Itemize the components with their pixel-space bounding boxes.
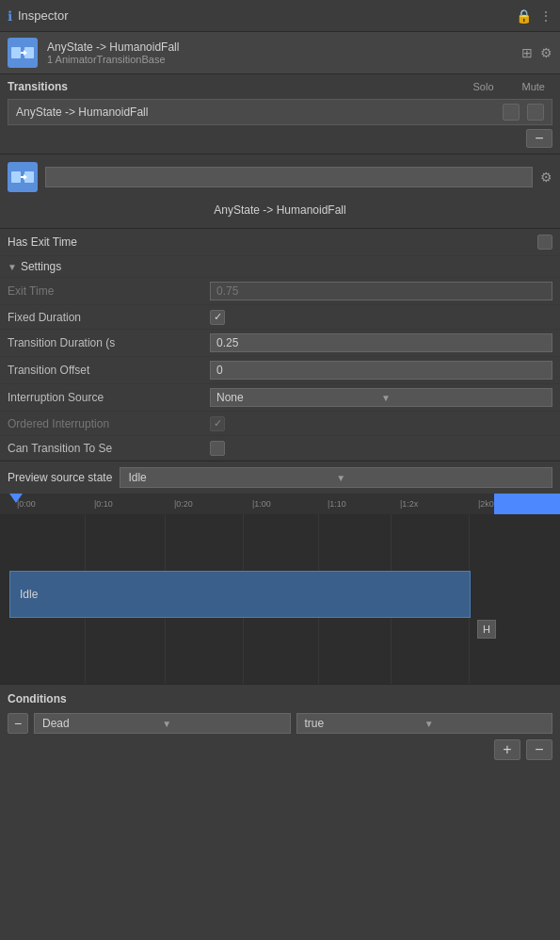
interruption-dropdown-arrow-icon: ▼ [381,393,546,403]
interruption-source-dropdown[interactable]: None ▼ [210,388,552,407]
transitions-section: Transitions Solo Mute AnyState -> Humano… [0,74,560,154]
mute-label: Mute [522,81,545,92]
transition-offset-input[interactable] [210,361,552,380]
transitions-header: Transitions Solo Mute [8,80,552,93]
transition-detail-gear-icon[interactable]: ⚙ [540,170,552,185]
preview-dropdown[interactable]: Idle ▼ [120,467,552,488]
playhead-icon [9,494,23,503]
preview-dropdown-arrow-icon: ▼ [336,473,544,483]
component-info: AnyState -> HumanoidFall 1 AnimatorTrans… [47,41,512,65]
fixed-duration-label: Fixed Duration [8,311,210,324]
menu-icon[interactable]: ⋮ [539,8,552,24]
svg-rect-0 [11,47,21,58]
interruption-source-label: Interruption Source [8,391,210,404]
component-title: AnyState -> HumanoidFall [47,41,512,54]
interruption-source-row: Interruption Source None ▼ [0,384,560,412]
timeline-blue-highlight [494,494,560,514]
can-transition-row: Can Transition To Se [0,436,560,461]
timeline-section: |0:00 |0:10 |0:20 |1:00 |1:10 |1:2x |2k0… [0,494,560,684]
solo-mute: Solo Mute [473,81,553,92]
add-condition-button[interactable]: + [494,739,520,760]
condition-operator-dropdown[interactable]: true ▼ [296,713,553,734]
mute-toggle[interactable] [527,104,544,121]
ruler-mark-2: |0:20 [174,499,193,509]
has-exit-time-label: Has Exit Time [8,235,537,249]
lock-icon[interactable]: 🔒 [516,8,532,24]
ordered-interruption-row: Ordered Interruption [0,412,560,436]
transition-name-input[interactable] [45,167,533,187]
component-header-actions: ⊞ ⚙ [521,45,552,60]
preview-row: Preview source state Idle ▼ [8,467,552,488]
transition-duration-label: Transition Duration (s [8,336,210,349]
ruler-mark-3: |1:00 [252,499,271,509]
settings-label: Settings [21,260,61,273]
condition-param-dropdown[interactable]: Dead ▼ [34,713,291,734]
condition-operator-arrow-icon: ▼ [424,719,544,729]
fixed-duration-checkbox[interactable] [210,310,225,325]
solo-toggle[interactable] [503,104,520,121]
transition-offset-row: Transition Offset [0,357,560,384]
settings-header[interactable]: ▼ Settings [0,256,560,278]
settings-triangle-icon: ▼ [8,262,17,272]
exit-time-input[interactable] [210,282,552,300]
ruler-mark-4: |1:10 [328,499,346,509]
transition-detail: ⚙ AnyState -> HumanoidFall [0,154,560,229]
info-icon: ℹ [8,8,12,24]
can-transition-label: Can Transition To Se [8,442,210,455]
transition-detail-name: AnyState -> HumanoidFall [8,200,552,220]
fixed-duration-row: Fixed Duration [0,305,560,330]
can-transition-checkbox[interactable] [210,441,225,456]
transition-list-item[interactable]: AnyState -> HumanoidFall [8,99,552,125]
transition-duration-row: Transition Duration (s [0,330,560,357]
interruption-source-dropdown-container[interactable]: None ▼ [210,388,552,407]
condition-row-0: − Dead ▼ true ▼ [8,713,552,734]
transition-duration-value-container[interactable] [210,333,552,352]
transition-offset-label: Transition Offset [8,364,210,377]
conditions-section: Conditions − Dead ▼ true ▼ + − [0,684,560,768]
preview-label: Preview source state [8,471,112,484]
timeline-ruler: |0:00 |0:10 |0:20 |1:00 |1:10 |1:2x |2k0 [0,494,560,514]
align-icon[interactable]: ⊞ [521,45,533,60]
remove-condition-button[interactable]: − [526,739,552,760]
component-subtitle: 1 AnimatorTransitionBase [47,54,512,65]
gear-icon[interactable]: ⚙ [540,45,552,60]
condition-minus-button[interactable]: − [8,713,28,734]
interruption-source-value: None [216,391,381,404]
transitions-label: Transitions [8,80,68,93]
ordered-interruption-label: Ordered Interruption [8,417,210,430]
has-exit-time-row: Has Exit Time [0,229,560,256]
transition-detail-svg [9,164,36,190]
transition-detail-header: ⚙ [8,162,552,192]
minus-btn-container: − [8,129,552,148]
remove-transition-button[interactable]: − [526,129,552,148]
preview-section: Preview source state Idle ▼ [0,461,560,494]
conditions-header: Conditions [8,692,552,705]
has-exit-time-checkbox[interactable] [537,235,552,250]
inspector-title: Inspector [18,8,68,23]
inspector-header-right: 🔒 ⋮ [516,8,552,24]
preview-value: Idle [128,471,336,484]
transition-duration-input[interactable] [210,333,552,352]
conditions-footer: + − [8,739,552,760]
exit-time-label: Exit Time [8,284,210,298]
condition-param-value: Dead [42,717,162,730]
transition-list-item-name: AnyState -> HumanoidFall [16,105,495,119]
timeline-track-slope [424,571,480,618]
svg-rect-4 [11,171,21,183]
timeline-content: Idle H [0,514,560,684]
transition-detail-icon [8,162,38,192]
timeline-track-label: Idle [20,588,38,601]
inspector-header-left: ℹ Inspector [8,8,68,24]
transition-offset-value-container[interactable] [210,361,552,380]
timeline-track: Idle [9,571,471,618]
timeline-h-marker: H [477,620,496,639]
ruler-mark-1: |0:10 [94,499,113,509]
component-icon [8,38,38,68]
exit-time-value-container[interactable] [210,282,552,300]
ruler-mark-5: |1:2x [400,499,418,509]
ruler-mark-6: |2k0 [478,499,494,509]
ordered-interruption-checkbox[interactable] [210,416,225,431]
solo-label: Solo [473,81,494,92]
inspector-header: ℹ Inspector 🔒 ⋮ [0,0,560,32]
transition-icon [9,40,36,66]
